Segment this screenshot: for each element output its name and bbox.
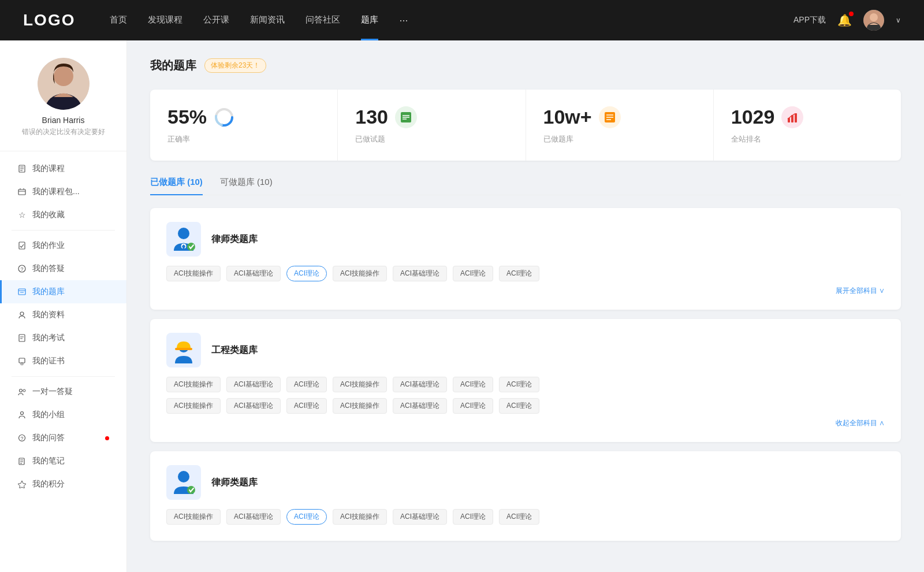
nav-link-news[interactable]: 新闻资讯 [250,14,285,27]
points-icon [17,480,27,489]
sidebar-item-answers-label: 我的答疑 [32,263,65,274]
page-header: 我的题库 体验剩余23天！ [150,58,901,73]
sidebar-item-exam[interactable]: 我的考试 [0,326,126,350]
qa-notification-dot [105,436,109,440]
tag[interactable]: ACI基础理论 [226,266,281,281]
expand-button-lawyer-1[interactable]: 展开全部科目 ∨ [166,286,885,296]
sidebar-item-bank[interactable]: 我的题库 [0,280,126,303]
nav-links: 首页 发现课程 公开课 新闻资讯 问答社区 题库 ··· [110,14,793,27]
favorites-icon: ☆ [17,210,27,220]
sidebar-item-courses[interactable]: 我的课程 [0,157,126,180]
sidebar-item-favorites[interactable]: ☆ 我的收藏 [0,203,126,226]
tag[interactable]: ACI技能操作 [166,398,221,414]
tag[interactable]: ACI理论 [453,398,493,414]
nav-link-qa[interactable]: 问答社区 [305,14,340,27]
sidebar-item-courses-label: 我的课程 [32,164,65,174]
bank-card-engineer-title: 工程类题库 [211,344,258,356]
nav-link-discover[interactable]: 发现课程 [148,14,182,27]
nav-more[interactable]: ··· [399,14,408,27]
sidebar-item-answers[interactable]: ? 我的答疑 [0,257,126,280]
tag[interactable]: ACI技能操作 [333,398,387,414]
bank-card-lawyer-1-tags: ACI技能操作 ACI基础理论 ACI理论 ACI技能操作 ACI基础理论 AC… [166,266,885,281]
bank-card-lawyer-2-title: 律师类题库 [211,477,258,489]
tag[interactable]: ACI基础理论 [226,509,281,525]
nav-arrow[interactable]: ∨ [896,16,901,24]
course-packages-icon [17,187,27,196]
svg-rect-17 [18,289,25,295]
stat-done-banks-value: 10w+ [543,106,592,128]
sidebar-item-homework-label: 我的作业 [32,240,65,251]
sidebar-item-course-packages-label: 我的课程包... [32,187,80,197]
sidebar: Brian Harris 错误的决定比没有决定要好 我的课程 我的课程包... … [0,40,127,572]
sidebar-item-points[interactable]: 我的积分 [0,473,126,496]
tag[interactable]: ACI技能操作 [166,509,221,525]
sidebar-item-bank-label: 我的题库 [32,287,65,297]
tag[interactable]: ACI基础理论 [393,398,447,414]
tag[interactable]: ACI理论 [453,266,493,281]
tabs-bar: 已做题库 (10) 可做题库 (10) [150,177,901,195]
tag[interactable]: ACI理论 [286,377,327,392]
svg-rect-14 [19,242,25,249]
nav-link-bank[interactable]: 题库 [361,14,378,27]
tag[interactable]: ACI技能操作 [333,509,387,525]
nav-avatar[interactable] [863,10,884,31]
cert-icon [17,356,27,366]
tag[interactable]: ACI理论 [453,509,493,525]
stat-done-questions-top: 130 [355,106,508,128]
sidebar-item-group[interactable]: 我的小组 [0,403,126,426]
nav-app-download[interactable]: APP下载 [793,15,826,25]
sidebar-item-cert[interactable]: 我的证书 [0,350,126,373]
tag[interactable]: ACI基础理论 [393,377,447,392]
tag[interactable]: ACI基础理论 [226,377,281,392]
tag[interactable]: ACI理论 [499,266,539,281]
tag-active[interactable]: ACI理论 [286,509,327,525]
tag[interactable]: ACI理论 [499,398,539,414]
stat-rank-top: 1029 [731,106,884,128]
trial-badge: 体验剩余23天！ [204,58,266,73]
stat-done-banks: 10w+ 已做题库 [526,90,714,161]
nav-right: APP下载 ∨ [793,10,901,31]
stat-done-banks-label: 已做题库 [543,134,696,144]
nav-link-open[interactable]: 公开课 [203,14,229,27]
avatar [38,58,90,110]
tag[interactable]: ACI技能操作 [166,377,221,392]
sidebar-item-profile[interactable]: 我的资料 [0,303,126,326]
sidebar-item-tutor[interactable]: 一对一答疑 [0,380,126,403]
sidebar-item-exam-label: 我的考试 [32,333,65,343]
stat-accuracy-label: 正确率 [167,134,320,144]
done-banks-icon [599,106,621,128]
tab-available-banks[interactable]: 可做题库 (10) [220,177,273,195]
stat-accuracy-top: 55% [167,106,320,128]
tag[interactable]: ACI理论 [453,377,493,392]
sidebar-item-homework[interactable]: 我的作业 [0,234,126,257]
stat-accuracy-value: 55% [167,106,207,128]
tag[interactable]: ACI理论 [499,377,539,392]
nav-logo[interactable]: LOGO [23,11,75,29]
svg-point-4 [54,66,73,86]
tag[interactable]: ACI基础理论 [226,398,281,414]
tag[interactable]: ACI技能操作 [333,266,387,281]
bank-card-engineer-tags-row2: ACI技能操作 ACI基础理论 ACI理论 ACI技能操作 ACI基础理论 AC… [166,398,885,414]
collapse-button-engineer[interactable]: 收起全部科目 ∧ [166,418,885,428]
tab-done-banks[interactable]: 已做题库 (10) [150,177,203,195]
sidebar-item-favorites-label: 我的收藏 [32,210,65,220]
svg-point-28 [21,412,24,415]
tag[interactable]: ACI技能操作 [333,377,387,392]
tag[interactable]: ACI理论 [499,509,539,525]
sidebar-item-course-packages[interactable]: 我的课程包... [0,180,126,203]
nav-link-home[interactable]: 首页 [110,14,127,27]
tag-active[interactable]: ACI理论 [286,266,327,281]
group-icon [17,410,27,419]
bank-card-lawyer-2-tags: ACI技能操作 ACI基础理论 ACI理论 ACI技能操作 ACI基础理论 AC… [166,509,885,525]
tag[interactable]: ACI技能操作 [166,266,221,281]
tag[interactable]: ACI理论 [286,398,327,414]
stat-done-questions-value: 130 [355,106,388,128]
tag[interactable]: ACI基础理论 [393,509,447,525]
tag[interactable]: ACI基础理论 [393,266,447,281]
sidebar-item-qa[interactable]: ? 我的问答 [0,426,126,450]
svg-point-27 [23,389,25,392]
svg-text:?: ? [20,436,23,441]
sidebar-item-notes[interactable]: 我的笔记 [0,450,126,473]
nav-bell[interactable] [837,13,852,27]
user-motto: 错误的决定比没有决定要好 [10,127,117,137]
